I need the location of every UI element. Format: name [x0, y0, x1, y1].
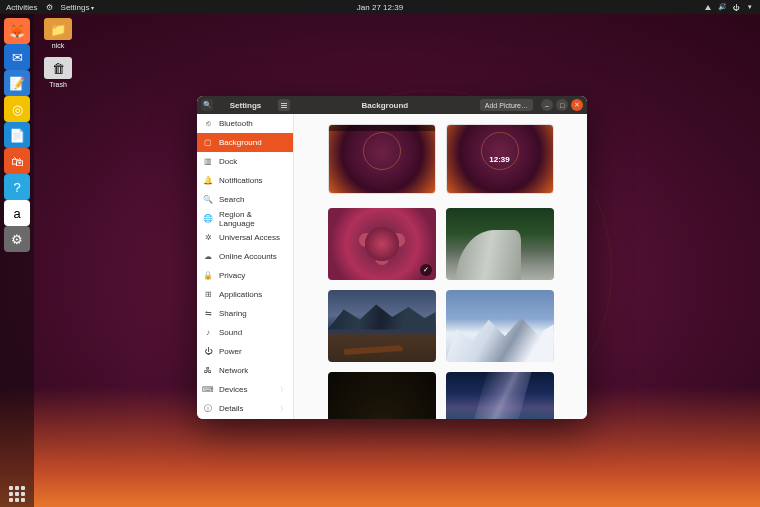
- search-icon: 🔍: [203, 195, 213, 205]
- desktop-icon-trash[interactable]: 🗑 Trash: [40, 57, 76, 88]
- sidebar-item-label: Region & Language: [219, 210, 287, 228]
- wallpaper-snowy-peaks[interactable]: [446, 290, 554, 362]
- network-status-icon: [704, 3, 712, 11]
- sidebar-item-region-language[interactable]: 🌐Region & Language: [197, 209, 293, 228]
- desktop-icon-label: Trash: [40, 81, 76, 88]
- sidebar-item-label: Sound: [219, 328, 242, 337]
- globe-icon: 🌐: [203, 214, 213, 224]
- volume-icon: 🔊: [718, 3, 726, 11]
- top-bar: Activities ⚙ Settings Jan 27 12:39 🔊 ⏻ ▾: [0, 0, 760, 14]
- sidebar-item-details[interactable]: ⓘDetails〉: [197, 399, 293, 418]
- dock-libreoffice[interactable]: 📄: [4, 122, 30, 148]
- network-icon: 🖧: [203, 366, 213, 376]
- power-status-icon: ⏻: [732, 3, 740, 11]
- dock-amazon[interactable]: a: [4, 200, 30, 226]
- sidebar-item-label: Universal Access: [219, 233, 280, 242]
- wallpaper-milky-way-mountains[interactable]: [446, 372, 554, 419]
- desktop-icons: 📁 nick 🗑 Trash: [40, 18, 76, 88]
- sidebar-item-label: Details: [219, 404, 243, 413]
- cloud-icon: ☁: [203, 252, 213, 262]
- background-icon: ▢: [203, 138, 213, 148]
- bluetooth-icon: ⎋: [203, 119, 213, 129]
- settings-sidebar: ⎋Bluetooth▢Background▥Dock🔔Notifications…: [197, 114, 294, 419]
- dock-firefox[interactable]: 🦊: [4, 18, 30, 44]
- sidebar-item-label: Devices: [219, 385, 247, 394]
- sidebar-item-power[interactable]: ⏻Power: [197, 342, 293, 361]
- menu-button[interactable]: [278, 99, 290, 111]
- minimize-button[interactable]: –: [541, 99, 553, 111]
- sidebar-item-label: Bluetooth: [219, 119, 253, 128]
- sidebar-item-notifications[interactable]: 🔔Notifications: [197, 171, 293, 190]
- sidebar-item-label: Online Accounts: [219, 252, 277, 261]
- desktop-icon-label: nick: [40, 42, 76, 49]
- wallpaper-dark-branches[interactable]: [328, 372, 436, 419]
- sidebar-item-search[interactable]: 🔍Search: [197, 190, 293, 209]
- sidebar-item-label: Sharing: [219, 309, 247, 318]
- lock-icon: 🔒: [203, 271, 213, 281]
- sidebar-item-universal-access[interactable]: ✲Universal Access: [197, 228, 293, 247]
- sidebar-item-devices[interactable]: ⌨Devices〉: [197, 380, 293, 399]
- app-menu[interactable]: Settings: [61, 3, 95, 12]
- dock-rhythmbox[interactable]: ◎: [4, 96, 30, 122]
- selected-check-icon: ✓: [420, 264, 432, 276]
- sidebar-item-online-accounts[interactable]: ☁Online Accounts: [197, 247, 293, 266]
- desktop-background-preview[interactable]: [328, 124, 436, 194]
- system-status-area[interactable]: 🔊 ⏻ ▾: [704, 3, 754, 11]
- sidebar-item-label: Background: [219, 138, 262, 147]
- share-icon: ⇋: [203, 309, 213, 319]
- chevron-right-icon: 〉: [280, 404, 287, 414]
- lock-screen-time: 12:39: [447, 155, 553, 164]
- clock[interactable]: Jan 27 12:39: [357, 3, 403, 12]
- lock-screen-preview[interactable]: 12:39: [446, 124, 554, 194]
- sidebar-item-privacy[interactable]: 🔒Privacy: [197, 266, 293, 285]
- sidebar-item-dock[interactable]: ▥Dock: [197, 152, 293, 171]
- apps-icon: ⊞: [203, 290, 213, 300]
- details-icon: ⓘ: [203, 404, 213, 414]
- search-button[interactable]: 🔍: [201, 99, 213, 111]
- dock-gedit[interactable]: 📝: [4, 70, 30, 96]
- dock-thunderbird[interactable]: ✉: [4, 44, 30, 70]
- dock-software[interactable]: 🛍: [4, 148, 30, 174]
- activities-button[interactable]: Activities: [6, 3, 38, 12]
- wallpaper-mountain-lake-boat[interactable]: [328, 290, 436, 362]
- chevron-right-icon: 〉: [280, 385, 287, 395]
- desktop-icon-home[interactable]: 📁 nick: [40, 18, 76, 49]
- sidebar-item-applications[interactable]: ⊞Applications: [197, 285, 293, 304]
- show-applications-button[interactable]: [4, 481, 30, 507]
- app-title: Settings: [217, 101, 274, 110]
- sidebar-item-label: Search: [219, 195, 244, 204]
- maximize-button[interactable]: □: [556, 99, 568, 111]
- power-icon: ⏻: [203, 347, 213, 357]
- sidebar-item-label: Notifications: [219, 176, 263, 185]
- wallpaper-ubuntu-abstract-circle[interactable]: ✓: [328, 208, 436, 280]
- sidebar-item-network[interactable]: 🖧Network: [197, 361, 293, 380]
- close-button[interactable]: ✕: [571, 99, 583, 111]
- settings-window: 🔍 Settings Background Add Picture… – □ ✕…: [197, 96, 587, 419]
- dock: 🦊✉📝◎📄🛍?a⚙: [0, 14, 34, 507]
- sidebar-item-label: Network: [219, 366, 248, 375]
- dock-settings[interactable]: ⚙: [4, 226, 30, 252]
- sidebar-item-bluetooth[interactable]: ⎋Bluetooth: [197, 114, 293, 133]
- bell-icon: 🔔: [203, 176, 213, 186]
- add-picture-button[interactable]: Add Picture…: [480, 99, 533, 111]
- sidebar-item-label: Power: [219, 347, 242, 356]
- panel-title: Background: [294, 101, 476, 110]
- sidebar-item-background[interactable]: ▢Background: [197, 133, 293, 152]
- background-panel: 12:39 ✓: [294, 114, 587, 419]
- dock-help[interactable]: ?: [4, 174, 30, 200]
- sidebar-item-sharing[interactable]: ⇋Sharing: [197, 304, 293, 323]
- sidebar-item-sound[interactable]: ♪Sound: [197, 323, 293, 342]
- wallpaper-garden-stone-path[interactable]: [446, 208, 554, 280]
- settings-app-icon: ⚙: [46, 3, 53, 12]
- accessibility-icon: ✲: [203, 233, 213, 243]
- sidebar-item-label: Dock: [219, 157, 237, 166]
- sidebar-item-label: Applications: [219, 290, 262, 299]
- titlebar: 🔍 Settings Background Add Picture… – □ ✕: [197, 96, 587, 114]
- sidebar-item-label: Privacy: [219, 271, 245, 280]
- sound-icon: ♪: [203, 328, 213, 338]
- devices-icon: ⌨: [203, 385, 213, 395]
- chevron-down-icon: ▾: [746, 3, 754, 11]
- dock-icon: ▥: [203, 157, 213, 167]
